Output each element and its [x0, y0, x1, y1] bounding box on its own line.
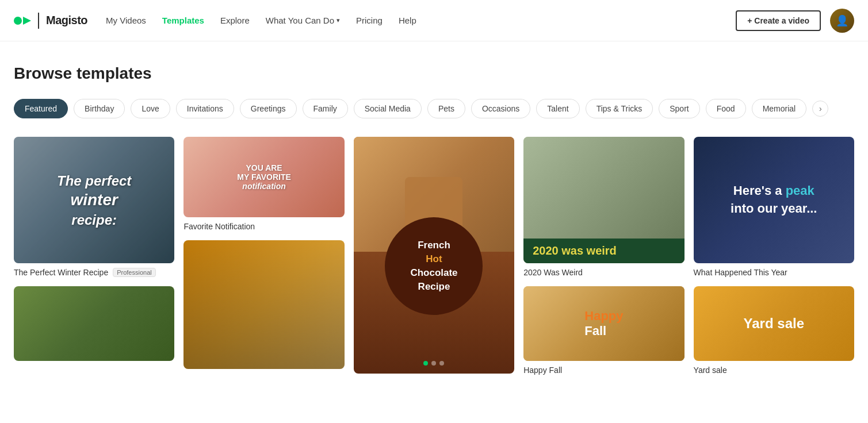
col-5: Here's a peakinto our year... What Happe…: [694, 137, 854, 375]
nav-explore[interactable]: Explore: [220, 16, 250, 25]
tab-family[interactable]: Family: [303, 99, 348, 118]
template-winter-recipe[interactable]: The perfectwinterrecipe: The Perfect Win…: [14, 137, 174, 277]
carousel-dot: [439, 361, 444, 366]
tab-memorial[interactable]: Memorial: [752, 99, 807, 118]
carousel-dot-active: [423, 361, 428, 366]
category-tabs: Featured Birthday Love Invitations Greet…: [14, 99, 854, 118]
template-label-2020: 2020 Was Weird: [523, 268, 684, 277]
template-label-happy-fall: Happy Fall: [523, 366, 684, 375]
tab-talent[interactable]: Talent: [536, 99, 579, 118]
tab-love[interactable]: Love: [131, 99, 170, 118]
col-4: 2020 was weird 2020 Was Weird HappyFall: [523, 137, 684, 375]
nav-help[interactable]: Help: [399, 16, 416, 25]
template-label-winter: The Perfect Winter Recipe Professional: [14, 268, 174, 277]
happy-fall-text: HappyFall: [584, 309, 623, 339]
tab-pets[interactable]: Pets: [427, 99, 465, 118]
tab-occasions[interactable]: Occasions: [471, 99, 530, 118]
nav-what-you-can-do[interactable]: What You Can Do ▾: [266, 16, 340, 25]
templates-grid: The perfectwinterrecipe: The Perfect Win…: [14, 137, 854, 375]
template-label-notification: Favorite Notification: [183, 222, 344, 231]
choc-title: FrenchHotChocolateRecipe: [410, 239, 457, 293]
template-couple[interactable]: [183, 240, 344, 369]
template-chocolate[interactable]: FrenchHotChocolateRecipe: [354, 137, 514, 374]
carousel-dot: [431, 361, 436, 366]
logo-text: Magisto: [46, 14, 87, 27]
2020-badge-text: 2020 was weird: [523, 239, 684, 263]
tab-greetings[interactable]: Greetings: [240, 99, 297, 118]
template-what-happened[interactable]: Here's a peakinto our year... What Happe…: [694, 137, 854, 277]
main-nav: My Videos Templates Explore What You Can…: [106, 16, 736, 25]
nav-my-videos[interactable]: My Videos: [106, 16, 146, 25]
avatar-image: 👤: [830, 9, 854, 33]
template-2020[interactable]: 2020 was weird 2020 Was Weird: [523, 137, 684, 277]
logo-area: Magisto: [14, 13, 87, 29]
template-label-yard-sale: Yard sale: [694, 366, 854, 375]
header-actions: + Create a video 👤: [736, 9, 854, 33]
logo-icon: [14, 17, 31, 25]
tab-tips-tricks[interactable]: Tips & Tricks: [586, 99, 653, 118]
tab-invitations[interactable]: Invitations: [176, 99, 234, 118]
tab-social-media[interactable]: Social Media: [354, 99, 422, 118]
nav-templates[interactable]: Templates: [162, 16, 204, 25]
header: Magisto My Videos Templates Explore What…: [0, 0, 868, 41]
tab-featured[interactable]: Featured: [14, 99, 68, 118]
col-2: YOU AREMY FAVORITEnotification Favorite …: [183, 137, 344, 375]
logo-play: [23, 17, 31, 25]
winter-thumb-text: The perfectwinterrecipe:: [57, 172, 131, 229]
create-video-button[interactable]: + Create a video: [736, 10, 821, 31]
chevron-down-icon: ▾: [337, 17, 340, 24]
notification-thumb-text: YOU AREMY FAVORITEnotification: [237, 163, 291, 191]
template-yard-sale[interactable]: Yard sale Yard sale: [694, 286, 854, 375]
yard-sale-text: Yard sale: [744, 316, 804, 332]
nav-pricing[interactable]: Pricing: [356, 16, 383, 25]
tab-sport[interactable]: Sport: [659, 99, 699, 118]
template-label-year: What Happened This Year: [694, 268, 854, 277]
page-title: Browse templates: [14, 64, 854, 83]
logo-dot: [14, 17, 22, 25]
pro-badge: Professional: [113, 268, 156, 277]
col-1: The perfectwinterrecipe: The Perfect Win…: [14, 137, 174, 375]
logo-separator: [38, 13, 39, 29]
col-3: FrenchHotChocolateRecipe: [354, 137, 514, 375]
tab-food[interactable]: Food: [706, 99, 746, 118]
template-notification[interactable]: YOU AREMY FAVORITEnotification Favorite …: [183, 137, 344, 231]
template-happy-fall[interactable]: HappyFall Happy Fall: [523, 286, 684, 375]
template-hazmat[interactable]: [14, 286, 174, 361]
page-content: Browse templates Featured Birthday Love …: [0, 41, 868, 389]
year-thumb-text: Here's a peakinto our year...: [721, 173, 826, 227]
tab-birthday[interactable]: Birthday: [74, 99, 125, 118]
avatar[interactable]: 👤: [830, 9, 854, 33]
tabs-next-arrow[interactable]: ›: [812, 101, 828, 117]
